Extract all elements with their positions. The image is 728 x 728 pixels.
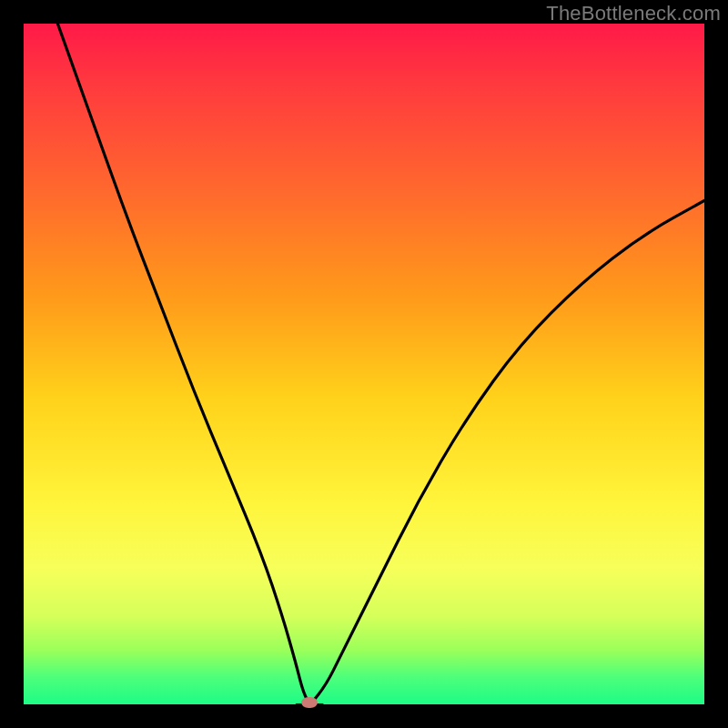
optimum-marker bbox=[301, 697, 318, 708]
chart-plot-area bbox=[24, 24, 704, 704]
chart-frame: TheBottleneck.com bbox=[0, 0, 728, 728]
watermark-text: TheBottleneck.com bbox=[546, 2, 721, 25]
bottleneck-curve bbox=[24, 24, 704, 704]
